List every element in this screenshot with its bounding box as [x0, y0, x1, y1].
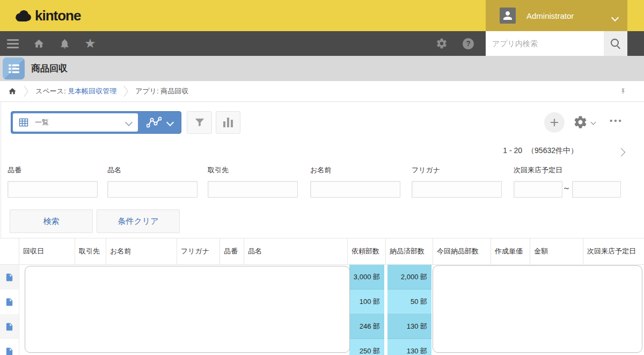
requested-copies-cell: 3,000 部	[349, 265, 384, 289]
grid-table-icon	[18, 117, 29, 128]
kintone-logo-text: kintone	[35, 8, 80, 24]
filter-button[interactable]	[187, 111, 212, 134]
filter-input-client[interactable]	[208, 181, 298, 198]
view-selector-dropdown[interactable]: 一覧	[13, 113, 138, 132]
notifications-button[interactable]	[58, 37, 71, 50]
filter-input-item-name[interactable]	[107, 181, 197, 198]
search-records-button[interactable]: 検索	[10, 209, 93, 233]
kintone-app-screen: kintone Administrator ★ ?	[0, 0, 644, 355]
document-icon	[5, 296, 14, 308]
more-options-button[interactable]: •••	[610, 116, 623, 125]
user-menu[interactable]: Administrator	[486, 0, 627, 31]
filter-input-furigana[interactable]	[412, 181, 502, 198]
filter-label-furigana: フリガナ	[412, 165, 440, 175]
app-settings-button[interactable]	[573, 115, 595, 129]
chevron-down-icon	[612, 13, 618, 23]
record-detail-icon[interactable]	[0, 339, 19, 355]
app-icon[interactable]	[3, 57, 25, 79]
delivered-copies-cell: 50 部	[387, 289, 431, 314]
document-icon	[5, 321, 14, 332]
table-header-collection-date[interactable]: 回収日	[19, 238, 75, 264]
kintone-cloud-icon	[14, 10, 32, 22]
clear-conditions-button[interactable]: 条件クリア	[97, 209, 180, 233]
user-name: Administrator	[526, 11, 574, 20]
filter-input-item-number[interactable]	[8, 181, 98, 198]
add-record-button[interactable]: +	[544, 112, 565, 133]
star-icon: ★	[84, 37, 96, 50]
date-range-separator: ～	[562, 183, 570, 193]
top-header: kintone Administrator	[0, 0, 644, 31]
filter-label-item-name: 品名	[107, 165, 121, 175]
breadcrumb-space: スペース: 見本帳回収管理	[35, 86, 116, 96]
filter-label-name: お名前	[310, 165, 331, 175]
app-title: 商品回収	[31, 62, 68, 75]
filter-label-client: 取引先	[208, 165, 229, 175]
document-icon	[5, 272, 14, 283]
record-detail-icon[interactable]	[0, 314, 19, 339]
filter-input-next-visit-from[interactable]	[514, 181, 562, 198]
masked-data-region	[433, 265, 642, 353]
table-header-delivered-copies[interactable]: 納品済部数	[386, 238, 433, 264]
search-button[interactable]	[604, 31, 627, 56]
home-icon	[8, 87, 17, 96]
gear-icon	[573, 115, 588, 129]
table-header-client[interactable]: 取引先	[75, 238, 106, 264]
graph-view-button[interactable]	[138, 117, 181, 128]
home-icon	[33, 38, 45, 49]
gear-icon	[436, 38, 448, 49]
portal-home-link[interactable]	[8, 87, 17, 96]
app-list-icon	[7, 62, 21, 76]
help-button[interactable]: ?	[463, 38, 474, 49]
table-header-next-visit[interactable]: 次回来店予定日	[583, 238, 644, 264]
record-detail-icon[interactable]	[0, 289, 19, 314]
chevron-down-icon	[126, 118, 131, 127]
search-input[interactable]	[486, 31, 604, 56]
pin-announcement-button[interactable]	[619, 86, 627, 97]
app-search	[486, 31, 627, 56]
bar-chart-icon	[223, 118, 233, 127]
breadcrumb: スペース: 見本帳回収管理 アプリ: 商品回収	[0, 81, 644, 102]
table-header-current-delivery[interactable]: 今回納品部数	[433, 238, 491, 264]
table-header-unit-price[interactable]: 作成単価	[491, 238, 530, 264]
table-header-item-number[interactable]: 品番	[220, 238, 244, 264]
breadcrumb-space-label: スペース:	[35, 87, 68, 95]
kintone-logo[interactable]: kintone	[0, 8, 80, 24]
breadcrumb-space-link[interactable]: 見本帳回収管理	[68, 87, 116, 95]
chevron-separator-icon	[24, 85, 28, 97]
breadcrumb-app-item: アプリ: 商品回収	[135, 86, 188, 96]
table-header-furigana[interactable]: フリガナ	[177, 238, 220, 264]
pagination-range: 1 - 20	[503, 146, 522, 156]
table-header-icon-column	[0, 238, 19, 264]
record-detail-icon[interactable]	[0, 265, 19, 289]
requested-copies-cell: 250 部	[349, 339, 384, 355]
next-page-button[interactable]	[618, 148, 624, 157]
admin-settings-button[interactable]	[436, 38, 448, 49]
delivered-copies-cell: 130 部	[387, 339, 431, 355]
filter-input-name[interactable]	[310, 181, 400, 198]
app-header-bar: 商品回収	[0, 56, 644, 81]
main-content: 一覧 + •••	[0, 102, 644, 355]
table-header-requested-copies[interactable]: 依頼部数	[348, 238, 386, 264]
pushpin-icon	[619, 86, 627, 97]
chart-button[interactable]	[216, 111, 240, 134]
line-graph-icon	[147, 117, 162, 128]
bell-icon	[59, 38, 70, 49]
table-header-name[interactable]: お名前	[106, 238, 177, 264]
table-header-item-name[interactable]: 品名	[244, 238, 348, 264]
hamburger-menu-button[interactable]	[6, 37, 19, 50]
delivered-copies-cell: 2,000 部	[387, 265, 431, 289]
delivered-copies-cell: 130 部	[387, 314, 431, 339]
global-nav-bar: ★ ?	[0, 31, 644, 56]
table-header-amount[interactable]: 金額	[530, 238, 583, 264]
chevron-right-icon	[617, 148, 626, 157]
global-nav-right: ?	[436, 31, 644, 56]
pagination-total: （95632件中）	[527, 146, 578, 156]
document-icon	[5, 346, 14, 355]
table-header-row: 回収日 取引先 お名前 フリガナ 品番 品名 依頼部数 納品済部数 今回納品部数…	[0, 238, 644, 265]
favorites-button[interactable]: ★	[84, 37, 97, 50]
home-button[interactable]	[32, 37, 45, 50]
filter-label-next-visit: 次回来店予定日	[514, 165, 562, 175]
requested-copies-cell: 246 部	[349, 314, 384, 339]
filter-input-next-visit-to[interactable]	[572, 181, 621, 198]
filter-label-item-number: 品番	[8, 165, 21, 175]
